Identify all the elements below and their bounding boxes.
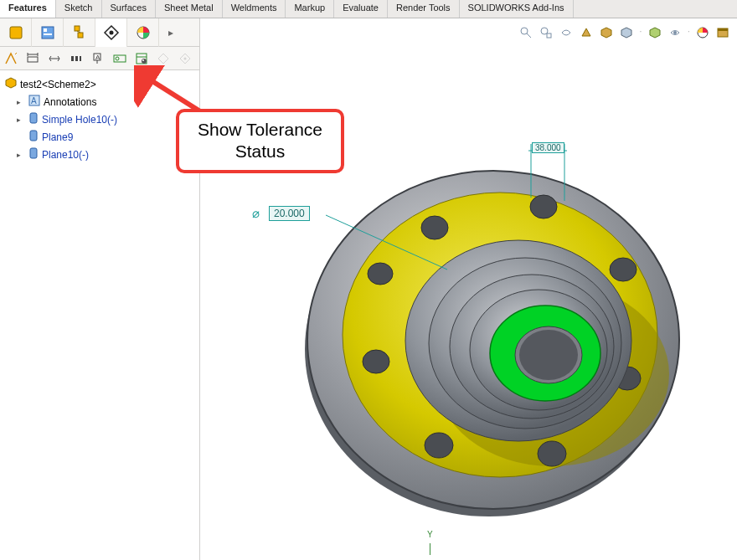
tree-item-label: Plane10(-): [42, 149, 89, 161]
feature-icon: [28, 147, 39, 162]
svg-point-66: [519, 330, 578, 380]
chevron-right-icon: ▸: [168, 27, 173, 39]
tree-item-plane10[interactable]: ▸ Plane10(-): [5, 146, 194, 163]
axis-triad: Y: [425, 543, 430, 555]
width-dimension[interactable]: 38.000: [532, 142, 564, 153]
display-manager-tab[interactable]: [127, 18, 159, 47]
property-manager-tab[interactable]: [32, 18, 64, 47]
svg-point-59: [368, 263, 393, 285]
tab-render-tools[interactable]: Render Tools: [388, 0, 460, 18]
svg-point-29: [184, 57, 187, 59]
tab-sketch[interactable]: Sketch: [56, 0, 102, 18]
pattern-feature-btn[interactable]: [69, 51, 84, 66]
svg-point-26: [142, 59, 144, 61]
auto-dimension-btn[interactable]: [3, 51, 18, 66]
model-render: [200, 18, 736, 554]
tab-surfaces[interactable]: Surfaces: [102, 0, 156, 18]
svg-point-8: [109, 31, 113, 35]
tree-annotations[interactable]: ▸ A Annotations: [5, 93, 194, 110]
part-icon: [5, 77, 17, 91]
callout-text-1: Show Tolerance: [198, 119, 322, 141]
tree-item-label: Plane9: [42, 131, 73, 143]
annotations-icon: A: [28, 95, 40, 109]
expand-icon[interactable]: ▸: [17, 98, 25, 106]
dimxpert-manager-tab[interactable]: [95, 18, 127, 47]
feature-manager-tab[interactable]: [0, 18, 32, 47]
dimxpert-toolbar: A: [0, 47, 199, 70]
datum-btn[interactable]: A: [90, 51, 106, 66]
configuration-manager-tab[interactable]: [64, 18, 95, 47]
svg-rect-35: [30, 148, 37, 158]
geometric-tolerance-btn[interactable]: [112, 51, 127, 66]
svg-rect-4: [75, 26, 80, 31]
tree-item-label: Simple Hole10(-): [42, 114, 117, 126]
show-tolerance-status-btn[interactable]: [134, 51, 149, 66]
svg-rect-15: [71, 56, 74, 61]
svg-rect-10: [28, 57, 38, 62]
svg-rect-2: [44, 28, 47, 32]
panel-expand[interactable]: ▸: [159, 18, 183, 47]
diameter-dimension[interactable]: 20.000: [269, 206, 310, 221]
ribbon-tabs: Features Sketch Surfaces Sheet Metal Wel…: [0, 0, 737, 18]
tree-item-hole[interactable]: ▸ Simple Hole10(-): [5, 110, 194, 128]
svg-point-52: [421, 216, 448, 239]
svg-marker-27: [158, 54, 168, 64]
expand-icon[interactable]: ▸: [17, 116, 25, 124]
svg-point-22: [116, 57, 119, 60]
feature-icon: [28, 112, 39, 126]
svg-rect-3: [44, 33, 52, 35]
svg-point-57: [425, 433, 453, 458]
svg-point-54: [610, 258, 636, 281]
tree-item-plane9[interactable]: Plane9: [5, 128, 194, 146]
tree-root[interactable]: test2<Scheme2>: [5, 75, 194, 93]
svg-text:A: A: [31, 96, 37, 105]
feature-tree-panel: ▸ A: [0, 18, 200, 560]
disabled-btn-1: [156, 51, 171, 66]
expand-icon[interactable]: ▸: [17, 151, 25, 159]
svg-point-58: [363, 350, 389, 373]
svg-point-56: [538, 441, 566, 466]
svg-rect-33: [30, 113, 37, 123]
size-dimension-btn[interactable]: [47, 51, 62, 66]
svg-text:A: A: [95, 54, 100, 61]
svg-rect-34: [30, 131, 37, 141]
feature-icon: [28, 130, 39, 144]
tree-root-label: test2<Scheme2>: [20, 79, 96, 90]
tab-addins[interactable]: SOLIDWORKS Add-Ins: [460, 0, 574, 18]
svg-rect-0: [10, 27, 22, 39]
callout-box: Show Tolerance Status: [176, 109, 344, 173]
tab-features[interactable]: Features: [0, 0, 56, 18]
feature-tree[interactable]: test2<Scheme2> ▸ A Annotations ▸ Simple …: [0, 70, 199, 560]
tree-annotations-label: Annotations: [44, 96, 96, 108]
svg-point-25: [142, 59, 147, 64]
callout-text-2: Status: [198, 141, 322, 162]
tab-weldments[interactable]: Weldments: [223, 0, 286, 18]
diameter-symbol: ⌀: [252, 206, 260, 221]
3d-viewport[interactable]: · ·: [200, 18, 737, 560]
axis-y-label: Y: [427, 530, 433, 539]
svg-point-53: [530, 195, 557, 218]
tab-sheet-metal[interactable]: Sheet Metal: [156, 0, 223, 18]
svg-rect-5: [78, 33, 83, 38]
panel-tab-row: ▸: [0, 18, 199, 47]
svg-marker-30: [6, 78, 16, 88]
svg-rect-17: [80, 56, 81, 61]
tab-evaluate[interactable]: Evaluate: [334, 0, 388, 18]
disabled-btn-2: [178, 51, 193, 66]
svg-rect-16: [75, 56, 78, 61]
tab-markup[interactable]: Markup: [286, 0, 334, 18]
location-dimension-btn[interactable]: [25, 51, 40, 66]
